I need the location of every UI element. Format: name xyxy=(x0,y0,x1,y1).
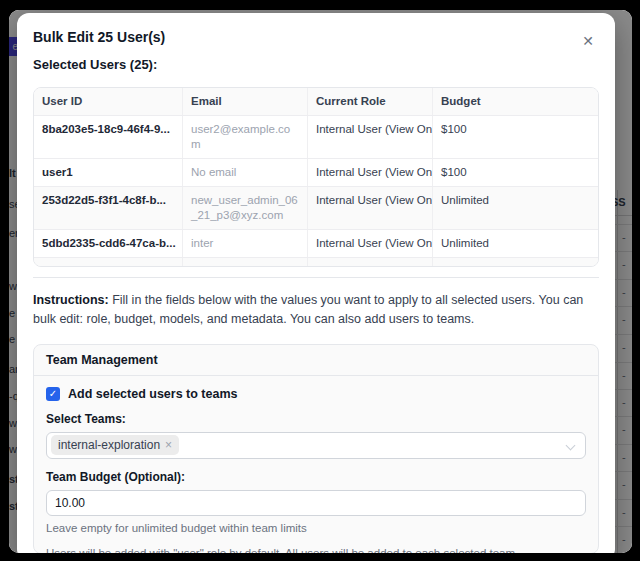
column-header-current-role: Current Role xyxy=(308,88,433,115)
selected-users-table[interactable]: User ID Email Current Role Budget 8ba203… xyxy=(33,87,599,267)
checkbox-checked-icon[interactable]: ✓ xyxy=(46,387,60,401)
current-role-cell: Internal User (View Only) xyxy=(308,187,433,229)
email-cell: new_user_admin_06_21_p3@xyz.com xyxy=(183,187,308,229)
bulk-edit-modal: Bulk Edit 25 User(s) ✕ Selected Users (2… xyxy=(17,13,615,553)
user-id-cell xyxy=(34,258,183,267)
team-management-panel: Team Management ✓ Add selected users to … xyxy=(33,344,599,553)
modal-title: Bulk Edit 25 User(s) xyxy=(33,29,599,45)
email-cell: user2@example.com xyxy=(183,116,308,158)
current-role-cell xyxy=(308,258,433,267)
email-cell: inter xyxy=(183,230,308,257)
instructions-text: Instructions: Fill in the fields below w… xyxy=(33,291,599,330)
table-row: 253d22d5-f3f1-4c8f-b... new_user_admin_0… xyxy=(34,186,598,229)
team-budget-input[interactable] xyxy=(46,490,586,516)
table-header-row: User ID Email Current Role Budget xyxy=(34,88,598,115)
app-screen: e lt se er w e e ar -q w w st st SS - - … xyxy=(9,10,632,553)
team-tag-label: internal-exploration xyxy=(58,438,160,452)
checkbox-label: Add selected users to teams xyxy=(68,387,238,401)
email-cell: No email xyxy=(183,159,308,186)
select-teams-input[interactable]: internal-exploration × xyxy=(46,432,586,459)
instructions-label: Instructions: xyxy=(33,293,109,307)
table-row: internal-user-ui-qa-06-28- xyxy=(34,257,598,267)
budget-cell xyxy=(433,258,599,267)
team-role-note-text: Users will be added with "user" role by … xyxy=(46,547,586,553)
column-header-email: Email xyxy=(183,88,308,115)
user-id-cell: 5dbd2335-cdd6-47ca-b... xyxy=(34,230,183,257)
window-frame: e lt se er w e e ar -q w w st st SS - - … xyxy=(0,0,640,561)
column-header-budget: Budget xyxy=(433,88,599,115)
budget-cell: $100 xyxy=(433,116,599,158)
user-id-cell: 8ba203e5-18c9-46f4-9... xyxy=(34,116,183,158)
table-row: 5dbd2335-cdd6-47ca-b... inter Internal U… xyxy=(34,229,598,257)
table-row: 8ba203e5-18c9-46f4-9... user2@example.co… xyxy=(34,115,598,158)
team-tag: internal-exploration × xyxy=(51,435,179,455)
remove-tag-icon[interactable]: × xyxy=(165,438,172,452)
chevron-down-icon[interactable] xyxy=(566,440,576,450)
current-role-cell: Internal User (View Only) xyxy=(308,230,433,257)
budget-cell: Unlimited xyxy=(433,230,599,257)
select-teams-label: Select Teams: xyxy=(46,412,586,426)
budget-hint-text: Leave empty for unlimited budget within … xyxy=(46,522,586,534)
team-management-body: ✓ Add selected users to teams Select Tea… xyxy=(34,376,598,553)
table-row: user1 No email Internal User (View Only)… xyxy=(34,158,598,186)
close-icon[interactable]: ✕ xyxy=(579,32,597,50)
email-cell: internal-user-ui-qa-06-28- xyxy=(183,258,308,267)
column-header-user-id: User ID xyxy=(34,88,183,115)
selected-users-heading: Selected Users (25): xyxy=(33,57,599,72)
user-id-cell: 253d22d5-f3f1-4c8f-b... xyxy=(34,187,183,229)
add-users-to-teams-checkbox-row[interactable]: ✓ Add selected users to teams xyxy=(46,387,586,401)
user-id-cell: user1 xyxy=(34,159,183,186)
team-management-title: Team Management xyxy=(34,345,598,376)
budget-cell: $100 xyxy=(433,159,599,186)
instructions-body: Fill in the fields below with the values… xyxy=(33,293,583,326)
current-role-cell: Internal User (View Only) xyxy=(308,159,433,186)
section-divider xyxy=(33,277,599,278)
current-role-cell: Internal User (View Only) xyxy=(308,116,433,158)
team-budget-label: Team Budget (Optional): xyxy=(46,470,586,484)
budget-cell: Unlimited xyxy=(433,187,599,229)
